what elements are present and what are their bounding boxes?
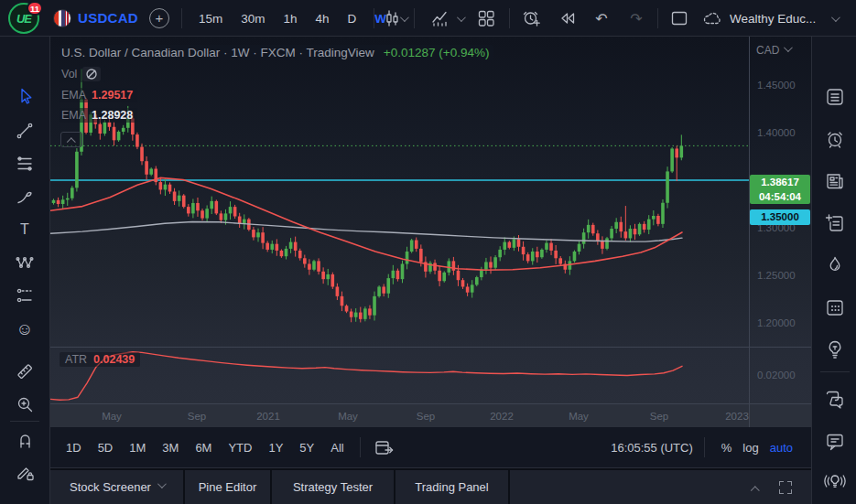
chart-type-candles-icon[interactable]	[378, 5, 406, 32]
fib-retracement-tool-icon[interactable]	[14, 153, 36, 175]
layout-icon[interactable]	[666, 5, 693, 32]
news-icon[interactable]	[823, 169, 847, 193]
add-symbol-button[interactable]: +	[149, 8, 169, 28]
trend-line-tool-icon[interactable]	[14, 120, 36, 142]
text-tool-icon[interactable]: T	[14, 219, 36, 241]
ema1-label[interactable]: EMA	[61, 89, 86, 102]
time-axis[interactable]: MaySep2021MaySep2022MaySep2023 ⚙	[50, 403, 811, 427]
redo-icon[interactable]: ↷	[623, 5, 650, 32]
range-1y[interactable]: 1Y	[262, 437, 289, 458]
range-1d[interactable]: 1D	[60, 437, 88, 458]
currency-selector[interactable]: CAD	[756, 44, 790, 57]
ema2-label[interactable]: EMA	[61, 109, 86, 122]
price-axis[interactable]: CAD 1.450001.400001.300001.250001.200000…	[750, 37, 811, 403]
time-tick: 2022	[490, 411, 514, 422]
price-tick: 1.25000	[757, 270, 796, 281]
tab-trading-panel[interactable]: Trading Panel	[395, 470, 510, 504]
percent-scale-button[interactable]: %	[716, 437, 738, 458]
interval-1h[interactable]: 1h	[277, 8, 304, 29]
ema2-value: 1.28928	[92, 109, 133, 122]
interval-30m[interactable]: 30m	[234, 8, 271, 29]
calendar-icon[interactable]	[823, 295, 847, 319]
range-all[interactable]: All	[324, 437, 350, 458]
price-tick: 1.40000	[757, 127, 796, 138]
right-sidebar	[811, 37, 856, 504]
tab-stock-screener[interactable]: Stock Screener	[50, 470, 185, 504]
bottom-toolbar: 1D5D1M3M6MYTD1Y5YAll 16:05:55 (UTC) % lo…	[50, 427, 811, 468]
ideas-icon[interactable]	[823, 338, 847, 361]
watchlist-icon[interactable]	[823, 85, 847, 109]
range-5y[interactable]: 5Y	[293, 437, 320, 458]
price-tick: 0.02000	[757, 370, 796, 381]
indicators-dropdown-chevron-icon[interactable]	[457, 13, 466, 22]
bar-replay-icon[interactable]	[554, 5, 581, 32]
time-tick: May	[569, 411, 589, 422]
legend-collapse-button[interactable]	[60, 132, 82, 147]
divider	[749, 404, 750, 428]
interval-4h[interactable]: 4h	[309, 8, 336, 29]
indicator-templates-icon[interactable]	[472, 5, 500, 32]
panel-collapse-chevron-icon[interactable]	[751, 486, 760, 495]
range-ytd[interactable]: YTD	[222, 437, 258, 458]
layout-dropdown-chevron-icon[interactable]	[831, 13, 840, 22]
drawing-mode-lock-icon[interactable]	[14, 461, 36, 483]
hotlists-icon[interactable]	[823, 253, 847, 277]
alert-icon[interactable]	[517, 5, 545, 32]
top-toolbar: UE 11 USDCAD + 15m30m1h4hDW	[0, 0, 856, 37]
tab-pine-editor[interactable]: Pine Editor	[185, 470, 272, 504]
measure-tool-icon[interactable]	[14, 360, 36, 382]
divider	[10, 421, 39, 422]
cloud-save-icon[interactable]	[699, 5, 726, 32]
time-tick: 2023	[725, 411, 749, 422]
interval-15m[interactable]: 15m	[192, 8, 229, 29]
auto-scale-button[interactable]: auto	[764, 437, 798, 458]
interval-D[interactable]: D	[341, 8, 363, 29]
forecast-tool-icon[interactable]	[14, 284, 36, 306]
divider	[657, 8, 658, 28]
public-chats-icon[interactable]	[823, 387, 847, 411]
divider	[414, 8, 415, 28]
tab-strategy-tester[interactable]: Strategy Tester	[272, 470, 395, 504]
divider	[360, 437, 361, 457]
go-to-date-icon[interactable]	[370, 434, 397, 461]
range-6m[interactable]: 6M	[189, 437, 218, 458]
symbol-name[interactable]: USDCAD	[78, 10, 138, 26]
legend-title-row: U.S. Dollar / Canadian Dollar · 1W · FXC…	[60, 45, 493, 60]
text-notes-icon[interactable]	[823, 211, 847, 235]
chart-legend: U.S. Dollar / Canadian Dollar · 1W · FXC…	[60, 45, 493, 128]
brush-tool-icon[interactable]	[14, 186, 36, 208]
pane-divider[interactable]	[50, 347, 811, 348]
session-clock[interactable]: 16:05:55 (UTC)	[611, 441, 693, 455]
volume-label[interactable]: Vol	[61, 68, 77, 80]
alerts-panel-icon[interactable]	[823, 127, 847, 151]
current-price-badge: 1.38617 04:54:04	[750, 175, 810, 204]
log-scale-button[interactable]: log	[737, 437, 764, 458]
tab-dropdown-chevron-icon[interactable]	[157, 479, 167, 488]
indicators-icon[interactable]	[426, 5, 453, 32]
lock-all-drawings-icon[interactable]	[14, 500, 36, 504]
tradingview-app: UE 11 USDCAD + 15m30m1h4hDW	[0, 0, 856, 504]
divider	[509, 8, 510, 28]
chart-title[interactable]: U.S. Dollar / Canadian Dollar · 1W · FXC…	[61, 46, 374, 59]
legend-ema2-row: EMA 1.28928	[60, 108, 137, 123]
emoji-tool-icon[interactable]: ☺	[14, 317, 36, 339]
layout-name[interactable]: Wealthy Educ...	[730, 12, 816, 26]
notification-badge[interactable]: 11	[27, 1, 43, 16]
magnet-mode-icon[interactable]	[14, 430, 36, 452]
range-5d[interactable]: 5D	[92, 437, 120, 458]
undo-icon[interactable]: ↶	[588, 5, 615, 32]
symbol-flag-icon	[53, 9, 71, 27]
bottom-panel-tabs: Stock ScreenerPine EditorStrategy Tester…	[50, 468, 856, 504]
range-3m[interactable]: 3M	[156, 437, 185, 458]
range-1m[interactable]: 1M	[123, 437, 152, 458]
visibility-off-icon[interactable]	[82, 67, 101, 81]
price-tick: 1.20000	[757, 317, 796, 328]
private-chat-icon[interactable]	[823, 430, 847, 454]
time-tick: Sep	[650, 411, 668, 422]
atr-label[interactable]: ATR	[65, 353, 87, 366]
ideas-stream-icon[interactable]	[823, 469, 847, 493]
panel-maximize-icon[interactable]	[779, 481, 792, 494]
pattern-tool-icon[interactable]	[14, 252, 36, 273]
cursor-tool-icon[interactable]	[14, 85, 36, 107]
zoom-in-tool-icon[interactable]	[14, 393, 36, 415]
